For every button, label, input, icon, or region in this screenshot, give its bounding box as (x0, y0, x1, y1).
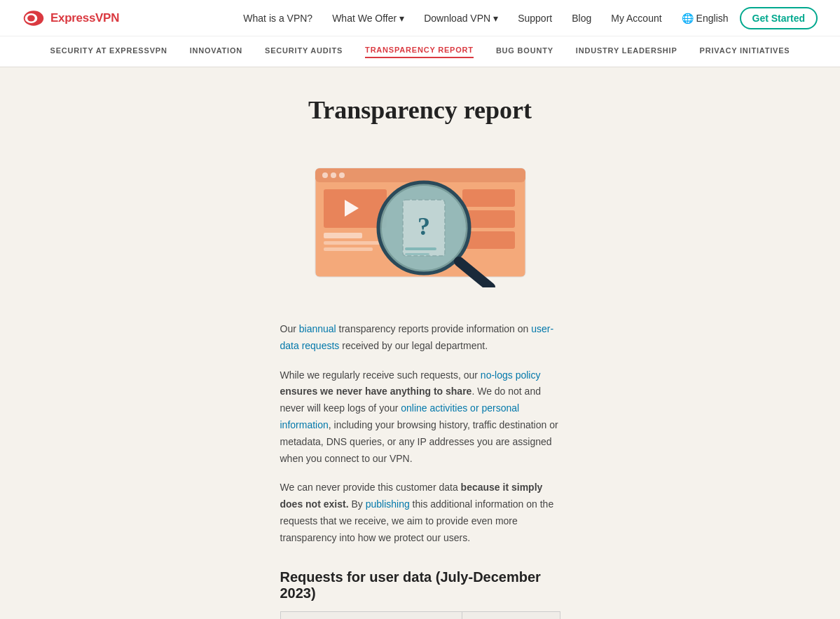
svg-rect-12 (324, 247, 373, 251)
svg-point-6 (331, 172, 336, 178)
subnav-bug-bounty[interactable]: BUG BOUNTY (496, 46, 553, 57)
nav-my-account[interactable]: My Account (611, 13, 661, 24)
subnav-transparency-report[interactable]: TRANSPARENCY REPORT (365, 46, 474, 58)
table-title: Requests for user data (July-December 20… (280, 569, 560, 601)
logo-link[interactable]: ExpressVPN (22, 7, 119, 29)
chevron-down-icon: ▾ (493, 13, 498, 24)
expressvpn-logo-icon (22, 7, 45, 29)
page-title: Transparency report (164, 95, 677, 125)
svg-rect-13 (462, 189, 515, 207)
globe-icon: 🌐 (682, 13, 694, 24)
nav-support[interactable]: Support (518, 13, 552, 24)
hero-illustration: ? (164, 147, 677, 287)
col-type-header: Type (280, 611, 462, 619)
online-activities-link[interactable]: online activities or personal informatio… (280, 402, 520, 430)
no-logs-policy-link[interactable]: no-logs policy (481, 369, 541, 381)
nav-download-vpn[interactable]: Download VPN ▾ (424, 13, 498, 24)
publishing-link[interactable]: publishing (366, 498, 410, 510)
subnav-privacy-initiatives[interactable]: PRIVACY INITIATIVES (700, 46, 790, 57)
main-content: Transparency report ? (147, 67, 694, 619)
subnav-security-audits[interactable]: SECURITY AUDITS (265, 46, 343, 57)
svg-text:?: ? (418, 212, 430, 240)
sub-navigation: SECURITY AT EXPRESSVPN INNOVATION SECURI… (0, 36, 840, 67)
svg-rect-11 (324, 241, 380, 245)
svg-rect-4 (315, 168, 525, 182)
subnav-innovation[interactable]: INNOVATION (190, 46, 242, 57)
logo-text: ExpressVPN (50, 11, 119, 25)
main-nav-links: What is a VPN? What We Offer ▾ Download … (243, 13, 728, 24)
svg-rect-20 (405, 247, 436, 250)
get-started-button[interactable]: Get Started (740, 7, 818, 29)
svg-rect-21 (405, 253, 429, 255)
intro-paragraph-2: While we regularly receive such requests… (280, 367, 560, 468)
svg-rect-10 (324, 233, 362, 238)
table-section: Requests for user data (July-December 20… (280, 569, 560, 619)
svg-point-2 (27, 15, 35, 21)
table-header-row: Type Requests received (280, 611, 560, 619)
svg-point-5 (322, 172, 328, 178)
nav-language[interactable]: 🌐 English (682, 13, 729, 24)
svg-point-7 (339, 172, 345, 178)
transparency-illustration: ? (301, 147, 539, 287)
subnav-industry-leadership[interactable]: INDUSTRY LEADERSHIP (576, 46, 677, 57)
nav-what-is-vpn[interactable]: What is a VPN? (243, 13, 312, 24)
intro-section: Our biannual transparency reports provid… (280, 321, 560, 547)
nav-blog[interactable]: Blog (572, 13, 591, 24)
col-requests-header: Requests received (462, 611, 560, 619)
top-navigation: ExpressVPN What is a VPN? What We Offer … (0, 0, 840, 36)
intro-paragraph-1: Our biannual transparency reports provid… (280, 321, 560, 355)
subnav-security[interactable]: SECURITY AT EXPRESSVPN (50, 46, 167, 57)
requests-table: Type Requests received Government and/or… (280, 611, 560, 619)
nav-what-we-offer[interactable]: What We Offer ▾ (332, 13, 404, 24)
biannual-link[interactable]: biannual (299, 323, 336, 334)
chevron-down-icon: ▾ (399, 13, 404, 24)
intro-paragraph-3: We can never provide this customer data … (280, 479, 560, 546)
